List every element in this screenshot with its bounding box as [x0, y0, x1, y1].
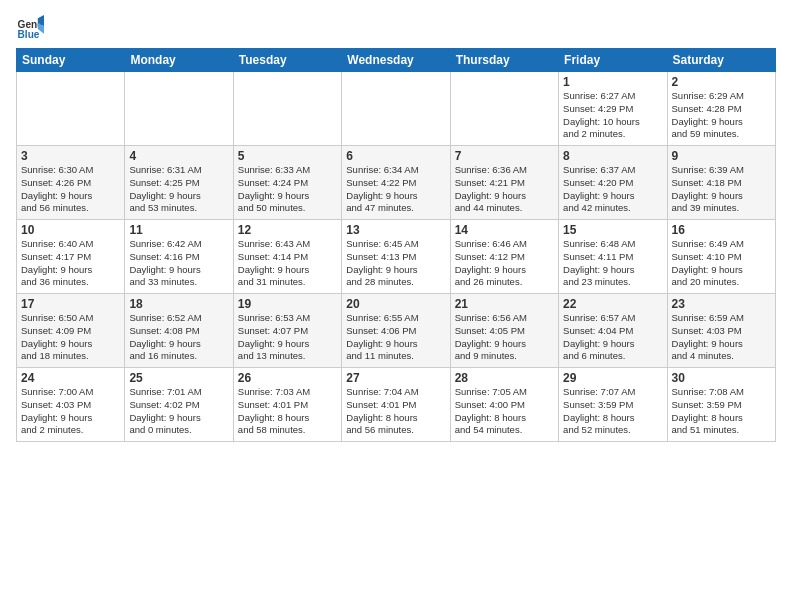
calendar-cell: 4Sunrise: 6:31 AM Sunset: 4:25 PM Daylig… — [125, 146, 233, 220]
weekday-header: Tuesday — [233, 49, 341, 72]
day-number: 15 — [563, 223, 662, 237]
calendar-week-row: 17Sunrise: 6:50 AM Sunset: 4:09 PM Dayli… — [17, 294, 776, 368]
day-number: 24 — [21, 371, 120, 385]
day-info: Sunrise: 6:55 AM Sunset: 4:06 PM Dayligh… — [346, 312, 445, 363]
day-info: Sunrise: 6:48 AM Sunset: 4:11 PM Dayligh… — [563, 238, 662, 289]
day-number: 26 — [238, 371, 337, 385]
calendar-cell: 9Sunrise: 6:39 AM Sunset: 4:18 PM Daylig… — [667, 146, 775, 220]
calendar-cell — [125, 72, 233, 146]
day-info: Sunrise: 7:07 AM Sunset: 3:59 PM Dayligh… — [563, 386, 662, 437]
day-info: Sunrise: 6:52 AM Sunset: 4:08 PM Dayligh… — [129, 312, 228, 363]
calendar-cell: 7Sunrise: 6:36 AM Sunset: 4:21 PM Daylig… — [450, 146, 558, 220]
weekday-header: Sunday — [17, 49, 125, 72]
calendar-cell — [17, 72, 125, 146]
day-info: Sunrise: 6:53 AM Sunset: 4:07 PM Dayligh… — [238, 312, 337, 363]
day-number: 9 — [672, 149, 771, 163]
day-number: 6 — [346, 149, 445, 163]
day-info: Sunrise: 6:37 AM Sunset: 4:20 PM Dayligh… — [563, 164, 662, 215]
calendar-week-row: 10Sunrise: 6:40 AM Sunset: 4:17 PM Dayli… — [17, 220, 776, 294]
calendar-cell: 30Sunrise: 7:08 AM Sunset: 3:59 PM Dayli… — [667, 368, 775, 442]
day-info: Sunrise: 7:01 AM Sunset: 4:02 PM Dayligh… — [129, 386, 228, 437]
day-number: 8 — [563, 149, 662, 163]
page: General Blue SundayMondayTuesdayWednesda… — [0, 0, 792, 612]
calendar-week-row: 24Sunrise: 7:00 AM Sunset: 4:03 PM Dayli… — [17, 368, 776, 442]
logo: General Blue — [16, 12, 48, 40]
day-number: 17 — [21, 297, 120, 311]
calendar-cell: 24Sunrise: 7:00 AM Sunset: 4:03 PM Dayli… — [17, 368, 125, 442]
calendar-cell: 16Sunrise: 6:49 AM Sunset: 4:10 PM Dayli… — [667, 220, 775, 294]
day-info: Sunrise: 6:49 AM Sunset: 4:10 PM Dayligh… — [672, 238, 771, 289]
day-info: Sunrise: 7:05 AM Sunset: 4:00 PM Dayligh… — [455, 386, 554, 437]
day-info: Sunrise: 7:08 AM Sunset: 3:59 PM Dayligh… — [672, 386, 771, 437]
logo-icon: General Blue — [16, 12, 44, 40]
day-info: Sunrise: 6:31 AM Sunset: 4:25 PM Dayligh… — [129, 164, 228, 215]
weekday-header: Friday — [559, 49, 667, 72]
day-number: 3 — [21, 149, 120, 163]
day-number: 23 — [672, 297, 771, 311]
day-info: Sunrise: 6:34 AM Sunset: 4:22 PM Dayligh… — [346, 164, 445, 215]
day-number: 28 — [455, 371, 554, 385]
calendar-header-row: SundayMondayTuesdayWednesdayThursdayFrid… — [17, 49, 776, 72]
day-info: Sunrise: 6:33 AM Sunset: 4:24 PM Dayligh… — [238, 164, 337, 215]
calendar-week-row: 3Sunrise: 6:30 AM Sunset: 4:26 PM Daylig… — [17, 146, 776, 220]
calendar-cell: 17Sunrise: 6:50 AM Sunset: 4:09 PM Dayli… — [17, 294, 125, 368]
calendar-cell: 23Sunrise: 6:59 AM Sunset: 4:03 PM Dayli… — [667, 294, 775, 368]
calendar-cell — [233, 72, 341, 146]
calendar-cell: 2Sunrise: 6:29 AM Sunset: 4:28 PM Daylig… — [667, 72, 775, 146]
calendar-cell: 13Sunrise: 6:45 AM Sunset: 4:13 PM Dayli… — [342, 220, 450, 294]
day-info: Sunrise: 7:00 AM Sunset: 4:03 PM Dayligh… — [21, 386, 120, 437]
day-number: 7 — [455, 149, 554, 163]
day-number: 11 — [129, 223, 228, 237]
calendar-cell: 3Sunrise: 6:30 AM Sunset: 4:26 PM Daylig… — [17, 146, 125, 220]
svg-text:Blue: Blue — [18, 29, 40, 40]
day-number: 20 — [346, 297, 445, 311]
day-number: 30 — [672, 371, 771, 385]
weekday-header: Thursday — [450, 49, 558, 72]
day-number: 18 — [129, 297, 228, 311]
calendar-cell: 29Sunrise: 7:07 AM Sunset: 3:59 PM Dayli… — [559, 368, 667, 442]
calendar-cell: 25Sunrise: 7:01 AM Sunset: 4:02 PM Dayli… — [125, 368, 233, 442]
day-info: Sunrise: 6:29 AM Sunset: 4:28 PM Dayligh… — [672, 90, 771, 141]
calendar-cell: 5Sunrise: 6:33 AM Sunset: 4:24 PM Daylig… — [233, 146, 341, 220]
calendar-cell: 10Sunrise: 6:40 AM Sunset: 4:17 PM Dayli… — [17, 220, 125, 294]
day-info: Sunrise: 6:50 AM Sunset: 4:09 PM Dayligh… — [21, 312, 120, 363]
day-info: Sunrise: 6:59 AM Sunset: 4:03 PM Dayligh… — [672, 312, 771, 363]
day-info: Sunrise: 6:40 AM Sunset: 4:17 PM Dayligh… — [21, 238, 120, 289]
calendar-cell: 11Sunrise: 6:42 AM Sunset: 4:16 PM Dayli… — [125, 220, 233, 294]
calendar-cell: 14Sunrise: 6:46 AM Sunset: 4:12 PM Dayli… — [450, 220, 558, 294]
day-number: 27 — [346, 371, 445, 385]
calendar-cell: 20Sunrise: 6:55 AM Sunset: 4:06 PM Dayli… — [342, 294, 450, 368]
day-number: 2 — [672, 75, 771, 89]
day-info: Sunrise: 6:56 AM Sunset: 4:05 PM Dayligh… — [455, 312, 554, 363]
day-info: Sunrise: 6:57 AM Sunset: 4:04 PM Dayligh… — [563, 312, 662, 363]
day-number: 4 — [129, 149, 228, 163]
day-info: Sunrise: 6:36 AM Sunset: 4:21 PM Dayligh… — [455, 164, 554, 215]
day-info: Sunrise: 7:03 AM Sunset: 4:01 PM Dayligh… — [238, 386, 337, 437]
day-info: Sunrise: 6:46 AM Sunset: 4:12 PM Dayligh… — [455, 238, 554, 289]
weekday-header: Wednesday — [342, 49, 450, 72]
day-number: 19 — [238, 297, 337, 311]
calendar-cell: 15Sunrise: 6:48 AM Sunset: 4:11 PM Dayli… — [559, 220, 667, 294]
day-info: Sunrise: 6:27 AM Sunset: 4:29 PM Dayligh… — [563, 90, 662, 141]
calendar-cell — [450, 72, 558, 146]
day-number: 1 — [563, 75, 662, 89]
day-number: 22 — [563, 297, 662, 311]
calendar-cell: 26Sunrise: 7:03 AM Sunset: 4:01 PM Dayli… — [233, 368, 341, 442]
day-number: 21 — [455, 297, 554, 311]
day-number: 29 — [563, 371, 662, 385]
day-info: Sunrise: 6:45 AM Sunset: 4:13 PM Dayligh… — [346, 238, 445, 289]
day-number: 25 — [129, 371, 228, 385]
day-number: 12 — [238, 223, 337, 237]
calendar-cell: 21Sunrise: 6:56 AM Sunset: 4:05 PM Dayli… — [450, 294, 558, 368]
day-number: 14 — [455, 223, 554, 237]
calendar-table: SundayMondayTuesdayWednesdayThursdayFrid… — [16, 48, 776, 442]
calendar-cell: 22Sunrise: 6:57 AM Sunset: 4:04 PM Dayli… — [559, 294, 667, 368]
day-info: Sunrise: 6:42 AM Sunset: 4:16 PM Dayligh… — [129, 238, 228, 289]
calendar-cell: 6Sunrise: 6:34 AM Sunset: 4:22 PM Daylig… — [342, 146, 450, 220]
calendar-week-row: 1Sunrise: 6:27 AM Sunset: 4:29 PM Daylig… — [17, 72, 776, 146]
day-info: Sunrise: 6:30 AM Sunset: 4:26 PM Dayligh… — [21, 164, 120, 215]
day-info: Sunrise: 6:39 AM Sunset: 4:18 PM Dayligh… — [672, 164, 771, 215]
calendar-cell: 12Sunrise: 6:43 AM Sunset: 4:14 PM Dayli… — [233, 220, 341, 294]
day-number: 10 — [21, 223, 120, 237]
day-info: Sunrise: 6:43 AM Sunset: 4:14 PM Dayligh… — [238, 238, 337, 289]
